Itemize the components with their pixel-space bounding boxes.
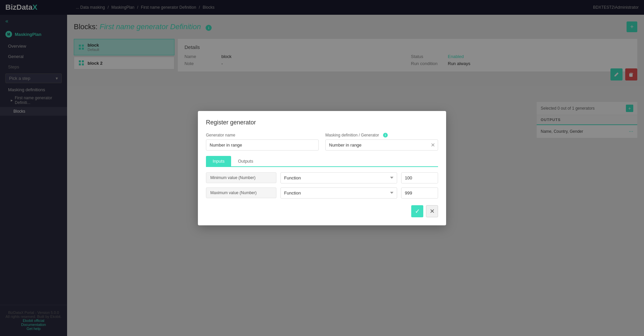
input-1-label: Minimum value (Number) (206, 172, 276, 183)
input-2-value[interactable] (401, 187, 438, 199)
modal-input-row-2: Maximum value (Number) Function Constant… (206, 187, 438, 199)
masking-def-input-wrapper: ✕ (325, 139, 438, 151)
tab-inputs[interactable]: Inputs (206, 156, 231, 166)
input-1-type-select[interactable]: Function Constant Column Expression (280, 172, 397, 183)
masking-def-field: Masking definition / Generator i ✕ (325, 133, 438, 151)
modal-input-row-1: Minimum value (Number) Function Constant… (206, 172, 438, 183)
masking-def-label: Masking definition / Generator i (325, 133, 438, 137)
modal-top-row: Generator name Masking definition / Gene… (206, 133, 438, 151)
generator-name-field: Generator name (206, 133, 319, 151)
masking-def-label-text: Masking definition / Generator (325, 133, 379, 137)
generator-name-input[interactable] (206, 139, 319, 151)
generator-name-label: Generator name (206, 133, 319, 137)
register-generator-modal: Register generator Generator name Maskin… (198, 111, 446, 225)
modal-footer: ✓ ✕ (206, 205, 438, 217)
modal-tabs: Inputs Outputs (206, 156, 438, 167)
modal-title: Register generator (206, 119, 438, 126)
cancel-button[interactable]: ✕ (426, 205, 438, 217)
confirm-button[interactable]: ✓ (411, 205, 423, 217)
input-2-type-select[interactable]: Function Constant Column Expression (280, 187, 397, 199)
input-1-value[interactable] (401, 172, 438, 183)
masking-def-input[interactable] (326, 140, 428, 150)
input-2-label: Maximum value (Number) (206, 187, 276, 198)
masking-def-clear-button[interactable]: ✕ (428, 142, 438, 148)
modal-overlay: Register generator Generator name Maskin… (0, 0, 644, 336)
tab-outputs[interactable]: Outputs (231, 156, 260, 166)
masking-def-info-icon[interactable]: i (383, 133, 388, 137)
